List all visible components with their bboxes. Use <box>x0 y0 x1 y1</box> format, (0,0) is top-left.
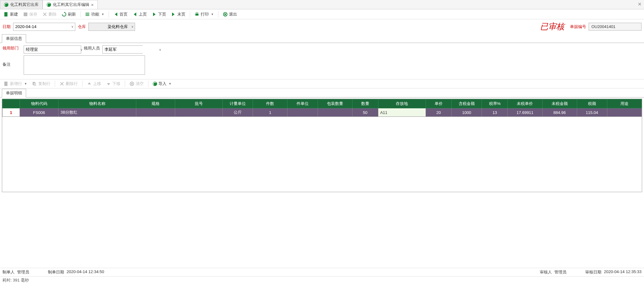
status-bar: 耗时: 391 毫秒 <box>0 276 644 284</box>
function-button[interactable]: 功能 ▼ <box>83 11 106 18</box>
svg-rect-3 <box>86 14 89 15</box>
info-form: 领用部门 ∨ 领用人员 ∨ 备注 <box>0 43 644 79</box>
print-button[interactable]: 打印 ▼ <box>193 11 216 18</box>
makedate-value: 2020-04-14 12:34:50 <box>67 269 104 275</box>
last-page-button[interactable]: 末页 <box>169 11 187 18</box>
detail-grid: 物料代码物料名称规格批号计量单位件数件单位包装数量数量存放地单价含税金额税率%未… <box>2 99 642 192</box>
delrow-button: 删除行 <box>58 80 80 88</box>
exit-button[interactable]: 退出 <box>221 11 239 18</box>
svg-rect-2 <box>86 13 89 13</box>
tab-edit[interactable]: 化工料其它出库编辑 × <box>43 0 98 9</box>
section-tab-detail[interactable]: 单据明细 <box>2 89 26 97</box>
svg-rect-6 <box>196 12 198 14</box>
tab-list[interactable]: 化工料其它出库 <box>0 0 43 9</box>
remark-label: 备注 <box>2 55 21 67</box>
close-icon[interactable]: × <box>91 2 94 7</box>
prev-page-button[interactable]: 上页 <box>131 11 149 18</box>
person-input[interactable] <box>103 46 159 53</box>
svg-rect-8 <box>4 82 7 86</box>
maker-label: 制单人 <box>2 269 15 275</box>
auditor-value: 管理员 <box>554 269 567 275</box>
audit-stamp: 已审核 <box>540 21 564 32</box>
col-header[interactable]: 含税金额 <box>451 99 482 108</box>
col-header[interactable]: 未税单价 <box>508 99 542 108</box>
footer: 制单人管理员 制单日期2020-04-14 12:34:50 审核人管理员 审核… <box>0 268 644 284</box>
new-button[interactable]: 新建 <box>2 11 20 18</box>
chevron-down-icon: ▼ <box>101 13 104 16</box>
col-header[interactable]: 数量 <box>352 99 378 108</box>
col-header[interactable]: 规格 <box>136 99 175 108</box>
auditdate-value: 2020-04-14 12:35:33 <box>604 269 642 275</box>
date-field[interactable]: ∨ <box>13 23 75 31</box>
import-button[interactable]: 导入 ▼ <box>151 80 173 88</box>
save-button: 保存 <box>21 11 39 18</box>
addrow-button: 新增行 ▼ <box>2 80 29 88</box>
col-header[interactable]: 件单位 <box>287 99 318 108</box>
chevron-down-icon[interactable]: ∨ <box>70 25 75 28</box>
maker-value: 管理员 <box>17 269 29 275</box>
col-header[interactable]: 税额 <box>577 99 607 108</box>
next-page-button[interactable]: 下页 <box>150 11 168 18</box>
col-header[interactable]: 计量单位 <box>223 99 253 108</box>
col-header[interactable]: 批号 <box>175 99 223 108</box>
svg-rect-1 <box>24 12 27 16</box>
grid-table[interactable]: 物料代码物料名称规格批号计量单位件数件单位包装数量数量存放地单价含税金额税率%未… <box>2 99 642 117</box>
auditor-label: 审核人 <box>540 269 552 275</box>
tab-label: 化工料其它出库编辑 <box>53 2 89 7</box>
moveup-button: 上移 <box>85 80 103 88</box>
globe-icon <box>153 82 157 86</box>
refresh-button[interactable]: 刷新 <box>60 11 78 18</box>
dept-label: 领用部门 <box>2 45 21 51</box>
col-header[interactable]: 税率% <box>482 99 508 108</box>
svg-rect-4 <box>86 15 89 16</box>
chevron-down-icon: ▼ <box>24 82 27 85</box>
svg-rect-10 <box>34 83 36 86</box>
globe-icon <box>4 2 8 7</box>
clear-button: 清空 <box>128 80 146 88</box>
col-header[interactable]: 单价 <box>426 99 451 108</box>
date-input[interactable] <box>13 23 70 31</box>
auditdate-label: 审核日期 <box>585 269 601 275</box>
col-header[interactable]: 物料名称 <box>58 99 136 108</box>
warehouse-field[interactable]: ∨ <box>88 23 135 31</box>
col-header[interactable]: 用途 <box>607 99 642 108</box>
first-page-button[interactable]: 首页 <box>111 11 129 18</box>
window-close-icon[interactable]: × <box>638 1 642 8</box>
docno-field: OU20041401 <box>589 23 642 31</box>
col-header[interactable]: 物料代码 <box>20 99 58 108</box>
tab-label: 化工料其它出库 <box>10 2 39 7</box>
horizontal-scrollbar[interactable] <box>2 186 642 192</box>
chevron-down-icon[interactable]: ∨ <box>159 48 161 51</box>
col-header[interactable]: 包装数量 <box>318 99 352 108</box>
header-form: 日期 ∨ 仓库 ∨ 已审核 单据编号 OU20041401 <box>0 19 644 34</box>
svg-rect-5 <box>195 14 198 16</box>
date-label: 日期 <box>2 24 11 30</box>
dept-input[interactable] <box>24 46 80 53</box>
dept-field[interactable]: ∨ <box>24 45 81 54</box>
person-label: 领用人员 <box>84 45 100 51</box>
chevron-down-icon[interactable]: ∨ <box>80 48 82 51</box>
col-header[interactable]: 存放地 <box>378 99 426 108</box>
table-row[interactable]: 1 FS0063B分散红 公斤150 A1120100013 17.699118… <box>2 108 642 117</box>
col-header[interactable]: 件数 <box>253 99 287 108</box>
remark-input[interactable] <box>24 55 145 75</box>
warehouse-label: 仓库 <box>78 24 86 30</box>
tab-bar: 化工料其它出库 化工料其它出库编辑 × × <box>0 0 644 9</box>
svg-rect-0 <box>4 12 7 17</box>
docno-label: 单据编号 <box>570 24 586 30</box>
chevron-down-icon[interactable]: ∨ <box>130 25 135 28</box>
col-header[interactable]: 未税金额 <box>542 99 577 108</box>
grid-toolbar: 新增行 ▼ 复制行 删除行 上移 下移 清空 导入 ▼ <box>0 79 644 88</box>
delete-button: 删除 <box>40 11 58 18</box>
makedate-label: 制单日期 <box>48 269 64 275</box>
main-toolbar: 新建 保存 删除 刷新 功能 ▼ 首页 上页 下页 末页 打印 ▼ <box>0 9 644 19</box>
person-field[interactable]: ∨ <box>102 45 143 54</box>
chevron-down-icon: ▼ <box>169 82 171 85</box>
chevron-down-icon: ▼ <box>211 13 214 16</box>
movedown-button: 下移 <box>104 80 122 88</box>
globe-icon <box>47 2 51 7</box>
copyrow-button: 复制行 <box>30 80 52 88</box>
warehouse-input[interactable] <box>89 23 130 31</box>
section-tab-info[interactable]: 单据信息 <box>2 34 26 43</box>
